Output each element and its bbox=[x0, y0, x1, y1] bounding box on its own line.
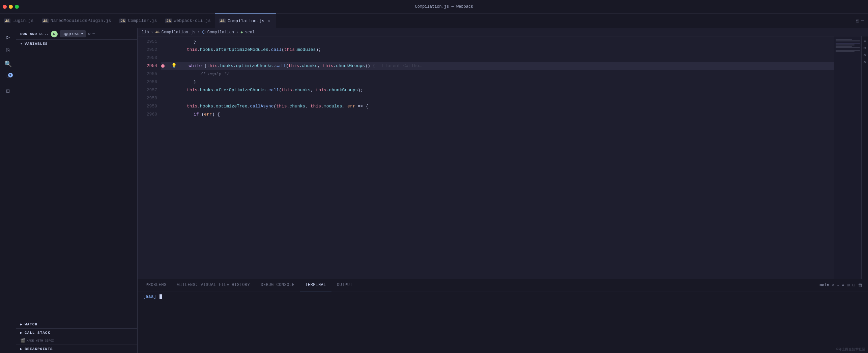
terminal-panel-right: main × ★ ✱ ⊞ ⊟ 🗑 bbox=[819, 282, 865, 288]
gifox-icon: 🎬 bbox=[20, 338, 25, 343]
variables-title: VARIABLES bbox=[25, 42, 48, 46]
tab-webpack-cli[interactable]: JS webpack-cli.js bbox=[161, 13, 215, 28]
debug-arrow-icon: → bbox=[178, 62, 180, 70]
line-numbers: 2951 2952 2953 2954 2955 2956 2957 2958 … bbox=[138, 36, 161, 279]
callstack-header[interactable]: ▶ CALL STACK bbox=[16, 329, 137, 337]
js-icon: JS bbox=[4, 19, 10, 23]
tab-label: Compilation.js bbox=[228, 19, 264, 24]
tab-problems[interactable]: PROBLEMS bbox=[140, 279, 172, 291]
tab-debug-console[interactable]: DEBUG CONSOLE bbox=[255, 279, 300, 291]
code-line-2956: } bbox=[161, 78, 834, 86]
minimize-button[interactable] bbox=[9, 5, 13, 9]
right-sidebar: ≡ ⊡ ⊕ ⊙ bbox=[861, 36, 868, 279]
chevron-right-icon: ▶ bbox=[20, 331, 23, 335]
new-terminal-icon[interactable]: ⊞ bbox=[847, 282, 849, 288]
callstack-section: ▶ CALL STACK 🎬 MADE WITH GIFOX bbox=[16, 328, 137, 345]
line-num-2955: 2955 bbox=[138, 70, 157, 78]
code-content[interactable]: } this.hooks.afterOptimizeModules.call(t… bbox=[161, 36, 834, 279]
tab-close-icon[interactable]: ✕ bbox=[266, 18, 272, 24]
go-to-line-icon[interactable]: ⊡ bbox=[864, 46, 866, 50]
code-line-2958 bbox=[161, 94, 834, 102]
variables-section: ▾ VARIABLES bbox=[16, 40, 137, 320]
breadcrumb-compilation[interactable]: Compilation bbox=[207, 30, 234, 35]
tab-terminal[interactable]: TERMINAL bbox=[300, 279, 331, 291]
line-num-2959: 2959 bbox=[138, 102, 157, 110]
code-line-2955: /* empty */ bbox=[161, 70, 834, 78]
run-debug-title: RUN AND D... bbox=[20, 32, 49, 36]
breadcrumb-seal[interactable]: seal bbox=[245, 30, 255, 35]
tab-label: …ugin.js bbox=[12, 18, 33, 23]
js-icon: JS bbox=[165, 19, 172, 23]
tab-plugin-js[interactable]: JS …ugin.js bbox=[0, 13, 38, 28]
split-terminal-icon[interactable]: ⊟ bbox=[852, 282, 855, 288]
activity-icon-run-debug[interactable]: ▷ bbox=[2, 31, 14, 43]
terminal-prompt-text: [aaa] bbox=[143, 294, 156, 299]
watermark: ©稀土掘金技术社区 bbox=[836, 347, 865, 352]
chevron-right-icon: ▶ bbox=[20, 322, 23, 326]
watch-section: ▶ WATCH bbox=[16, 320, 137, 328]
more-options-icon[interactable]: ⋯ bbox=[861, 18, 864, 24]
minimap bbox=[834, 36, 861, 279]
tab-label: webpack-cli.js bbox=[174, 18, 211, 23]
breadcrumb-sep: › bbox=[198, 30, 200, 35]
chevron-right-icon: ▶ bbox=[20, 347, 23, 351]
debug-sidebar: RUN AND D... ▶ aggress ▾ ⚙ ⋯ ▾ VARIABLES… bbox=[16, 28, 138, 353]
lightbulb-icon[interactable]: 💡 bbox=[171, 62, 177, 70]
line-num-2957: 2957 bbox=[138, 86, 157, 94]
breadcrumb-compilation-icon: ⬡ bbox=[202, 30, 205, 35]
activity-icon-source-control[interactable]: ⑂ 0 bbox=[2, 71, 14, 84]
code-line-2952: this.hooks.afterOptimizeModules.call(thi… bbox=[161, 46, 834, 54]
breakpoints-header[interactable]: ▶ BREAKPOINTS bbox=[16, 345, 137, 353]
js-icon: JS bbox=[42, 19, 49, 23]
main-layout: ▷ ⎘ 🔍 ⑂ 0 ⊞ RUN AND D... ▶ aggress ▾ ⚙ ⋯… bbox=[0, 28, 868, 353]
tab-label: Compiler.js bbox=[128, 18, 157, 23]
tab-compiler[interactable]: JS Compiler.js bbox=[115, 13, 161, 28]
code-editor: 2951 2952 2953 2954 2955 2956 2957 2958 … bbox=[138, 36, 868, 279]
variables-header[interactable]: ▾ VARIABLES bbox=[16, 40, 137, 48]
code-line-2951: } bbox=[161, 38, 834, 46]
tab-gitlens[interactable]: GITLENS: VISUAL FILE HISTORY bbox=[172, 279, 256, 291]
callstack-title: CALL STACK bbox=[25, 331, 50, 335]
split-editor-icon[interactable]: ⎘ bbox=[856, 18, 859, 24]
terminal-markers: × ★ ✱ bbox=[832, 283, 844, 288]
code-line-2957: this.hooks.afterOptimizeChunks.call(this… bbox=[161, 86, 834, 94]
js-icon: JS bbox=[119, 19, 126, 23]
tab-compilation[interactable]: JS Compilation.js ✕ bbox=[215, 13, 276, 28]
trash-icon[interactable]: 🗑 bbox=[858, 283, 863, 288]
breadcrumb-seal-icon: ◈ bbox=[240, 30, 243, 35]
line-num-2954: 2954 bbox=[138, 62, 157, 70]
activity-bar: ▷ ⎘ 🔍 ⑂ 0 ⊞ bbox=[0, 28, 16, 353]
tab-output[interactable]: OUTPUT bbox=[331, 279, 358, 291]
run-debug-bar: RUN AND D... ▶ aggress ▾ ⚙ ⋯ bbox=[16, 28, 137, 40]
chevron-down-icon: ▾ bbox=[81, 31, 83, 36]
terminal-content[interactable]: [aaa] ©稀土掘金技术社区 bbox=[138, 291, 868, 353]
code-line-2954: 💡 → while (this.hooks.optimizeChunks.cal… bbox=[161, 62, 834, 70]
activity-icon-search[interactable]: 🔍 bbox=[2, 58, 14, 70]
breadcrumb: lib › JS Compilation.js › ⬡ Compilation … bbox=[138, 28, 868, 36]
maximize-button[interactable] bbox=[15, 5, 19, 9]
gear-icon[interactable]: ⚙ bbox=[88, 31, 90, 36]
run-config-selector[interactable]: aggress ▾ bbox=[60, 30, 86, 37]
breadcrumb-compilation-js[interactable]: Compilation.js bbox=[162, 30, 196, 35]
terminal-prompt: [aaa] bbox=[143, 294, 162, 299]
close-button[interactable] bbox=[3, 5, 7, 9]
activity-icon-files[interactable]: ⎘ bbox=[2, 44, 14, 57]
watch-title: WATCH bbox=[25, 322, 37, 326]
js-icon-small: JS bbox=[155, 30, 160, 34]
settings-icon[interactable]: ⊕ bbox=[864, 53, 866, 57]
tab-named-module[interactable]: JS NamedModuleIdsPlugin.js bbox=[38, 13, 116, 28]
activity-icon-extensions[interactable]: ⊞ bbox=[2, 85, 14, 97]
editor-area: lib › JS Compilation.js › ⬡ Compilation … bbox=[138, 28, 868, 353]
collapse-icon[interactable]: ⊙ bbox=[864, 60, 866, 64]
more-icon[interactable]: ⋯ bbox=[92, 31, 95, 36]
play-button[interactable]: ▶ bbox=[51, 31, 58, 37]
breadcrumb-lib[interactable]: lib bbox=[142, 30, 149, 35]
js-icon: JS bbox=[219, 19, 226, 23]
line-num-2952: 2952 bbox=[138, 46, 157, 54]
terminal-cursor bbox=[160, 294, 162, 299]
panel-tabs: PROBLEMS GITLENS: VISUAL FILE HISTORY DE… bbox=[138, 279, 868, 291]
badge-count: 0 bbox=[8, 73, 13, 77]
watch-header[interactable]: ▶ WATCH bbox=[16, 320, 137, 328]
outline-icon[interactable]: ≡ bbox=[864, 39, 866, 43]
code-line-2960: if (err) { bbox=[161, 110, 834, 119]
